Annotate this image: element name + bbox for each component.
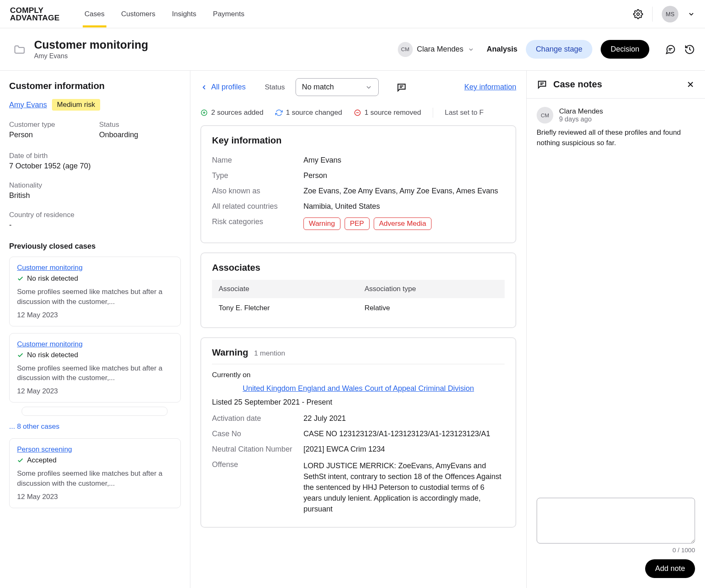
- th-associate: Associate: [212, 280, 358, 298]
- sources-removed: 1 source removed: [354, 109, 421, 117]
- assignee-avatar: CM: [398, 42, 413, 57]
- check-icon: [17, 275, 24, 282]
- customer-name-link[interactable]: Amy Evans: [9, 101, 47, 109]
- chevron-down-icon: [365, 84, 372, 91]
- warning-panel: Warning 1 mention Currently on United Ki…: [200, 337, 516, 528]
- kv-value: [2021] EWCA Crim 1234: [303, 445, 505, 454]
- td-association-type: Relative: [358, 298, 505, 318]
- th-association-type: Association type: [358, 280, 505, 298]
- gear-icon[interactable]: [633, 9, 643, 19]
- analysis-button[interactable]: Analysis: [487, 45, 518, 54]
- note-author: Clara Mendes: [559, 107, 603, 116]
- info-label: Country of residence: [9, 211, 181, 219]
- last-set-text: Last set to F: [445, 109, 484, 117]
- status-value: No match: [302, 83, 334, 91]
- info-value: British: [9, 191, 181, 200]
- info-value: -: [9, 221, 181, 230]
- table-row: Tony E. Fletcher Relative: [212, 298, 505, 318]
- info-value: 7 October 1952 (age 70): [9, 162, 181, 170]
- case-status: No risk detected: [27, 351, 78, 359]
- comment-icon[interactable]: [665, 44, 676, 55]
- change-stage-button[interactable]: Change stage: [526, 40, 592, 59]
- note-timestamp: 9 days ago: [559, 116, 603, 123]
- case-card-title[interactable]: Person screening: [17, 445, 173, 454]
- note-text: Briefly reviewed all of these profiles a…: [537, 128, 695, 148]
- info-label: Nationality: [9, 181, 181, 190]
- logo-line2: ADVANTAGE: [10, 14, 59, 21]
- info-label: Customer type: [9, 121, 91, 129]
- page-title: Customer monitoring: [34, 39, 148, 52]
- chevron-left-icon: [200, 84, 208, 91]
- collapsed-card: [22, 407, 168, 416]
- td-associate: Tony E. Fletcher: [212, 298, 358, 318]
- case-date: 12 May 2023: [17, 493, 173, 501]
- assignee-dropdown[interactable]: CM Clara Mendes: [394, 40, 478, 59]
- case-card[interactable]: Person screening Accepted Some profiles …: [9, 438, 181, 508]
- back-label: All profiles: [211, 83, 246, 91]
- decision-button[interactable]: Decision: [601, 40, 649, 59]
- panel-title: Key information: [212, 135, 505, 146]
- case-card-title[interactable]: Customer monitoring: [17, 340, 173, 348]
- user-avatar[interactable]: MS: [662, 6, 678, 22]
- logo: COMPLY ADVANTAGE: [10, 7, 59, 21]
- comment-icon[interactable]: [396, 82, 407, 93]
- customer-info-title: Customer information: [9, 81, 181, 91]
- divider: [652, 7, 653, 22]
- kv-value: Zoe Evans, Zoe Amy Evans, Amy Zoe Evans,…: [303, 187, 505, 195]
- kv-label: Also known as: [212, 187, 303, 195]
- court-link[interactable]: United Kingdom England and Wales Court o…: [212, 384, 505, 393]
- case-card[interactable]: Customer monitoring No risk detected Som…: [9, 257, 181, 326]
- key-information-link[interactable]: Key information: [464, 83, 516, 91]
- kv-label: Case No: [212, 430, 303, 438]
- main-nav: Cases Customers Insights Payments: [84, 1, 244, 27]
- kv-value: Namibia, United States: [303, 202, 505, 211]
- close-icon[interactable]: [686, 80, 695, 89]
- kv-label: All related countries: [212, 202, 303, 211]
- risk-tag-pep: PEP: [345, 217, 370, 230]
- note-item: CM Clara Mendes 9 days ago Briefly revie…: [537, 107, 695, 148]
- minus-circle-icon: [354, 109, 361, 116]
- associates-table: Associate Association type Tony E. Fletc…: [212, 280, 505, 318]
- check-icon: [17, 457, 24, 464]
- nav-tab-cases[interactable]: Cases: [84, 1, 104, 27]
- warning-title: Warning: [212, 347, 248, 358]
- case-card[interactable]: Customer monitoring No risk detected Som…: [9, 333, 181, 403]
- kv-label: Type: [212, 171, 303, 180]
- check-icon: [17, 352, 24, 358]
- kv-value: CASE NO 123123123/A1-123123123/A1-123123…: [303, 430, 505, 438]
- nav-tab-payments[interactable]: Payments: [213, 1, 244, 27]
- kv-value: Person: [303, 171, 505, 180]
- case-desc: Some profiles seemed like matches but af…: [17, 469, 173, 489]
- sources-added: 2 sources added: [200, 109, 264, 117]
- history-icon[interactable]: [684, 44, 695, 55]
- plus-circle-icon: [200, 109, 208, 116]
- folder-icon: [13, 43, 26, 56]
- case-card-title[interactable]: Customer monitoring: [17, 264, 173, 272]
- kv-value: 22 July 2021: [303, 414, 505, 423]
- sources-changed: 1 source changed: [275, 109, 342, 117]
- offense-text: LORD JUSTICE MERRICK: ZoeEvans, AmyEvans…: [303, 460, 505, 514]
- char-count: 0 / 1000: [537, 546, 695, 553]
- nav-tab-customers[interactable]: Customers: [121, 1, 155, 27]
- case-date: 12 May 2023: [17, 387, 173, 395]
- case-date: 12 May 2023: [17, 311, 173, 319]
- risk-tag-adverse-media: Adverse Media: [374, 217, 431, 230]
- kv-label: Risk categories: [212, 217, 303, 230]
- case-desc: Some profiles seemed like matches but af…: [17, 287, 173, 307]
- add-note-button[interactable]: Add note: [645, 559, 695, 578]
- chevron-down-icon[interactable]: [688, 10, 695, 18]
- status-select[interactable]: No match: [296, 78, 379, 96]
- more-cases-link[interactable]: ... 8 other cases: [9, 422, 181, 431]
- kv-label: Neutral Citation Number: [212, 445, 303, 454]
- case-desc: Some profiles seemed like matches but af…: [17, 363, 173, 383]
- note-input[interactable]: [537, 498, 695, 544]
- case-notes-title: Case notes: [553, 79, 602, 90]
- kv-label: Offense: [212, 460, 303, 514]
- currently-on-label: Currently on: [212, 371, 505, 379]
- back-all-profiles[interactable]: All profiles: [200, 83, 246, 91]
- panel-title: Associates: [212, 262, 505, 273]
- info-value: Person: [9, 131, 91, 139]
- case-status: No risk detected: [27, 274, 78, 283]
- info-label: Date of birth: [9, 152, 181, 160]
- nav-tab-insights[interactable]: Insights: [172, 1, 197, 27]
